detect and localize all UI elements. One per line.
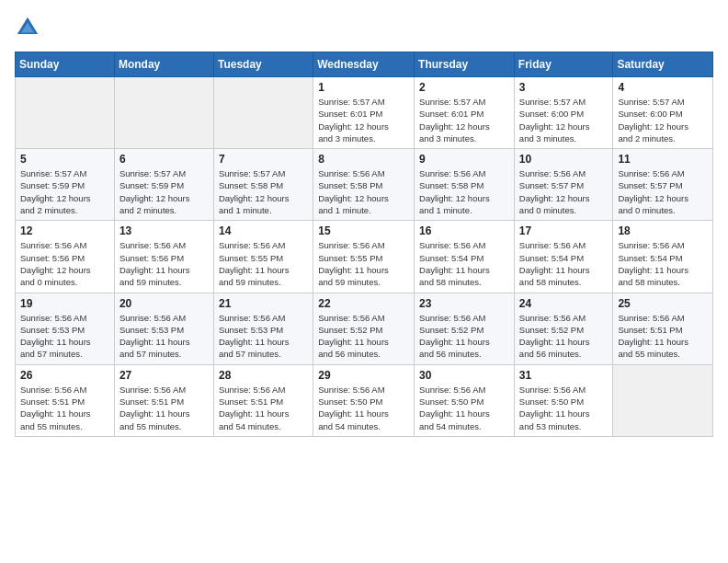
calendar-cell: 9Sunrise: 5:56 AM Sunset: 5:58 PM Daylig… [415,149,515,221]
day-number: 19 [20,297,109,310]
calendar-cell [16,77,115,149]
day-number: 10 [519,153,609,166]
day-info: Sunrise: 5:56 AM Sunset: 5:55 PM Dayligh… [318,239,409,288]
day-number: 9 [419,153,509,166]
day-info: Sunrise: 5:56 AM Sunset: 5:57 PM Dayligh… [519,167,609,216]
day-number: 6 [119,153,209,166]
day-info: Sunrise: 5:57 AM Sunset: 6:00 PM Dayligh… [618,96,708,144]
calendar-cell: 20Sunrise: 5:56 AM Sunset: 5:53 PM Dayli… [114,293,213,364]
day-number: 16 [419,224,509,237]
calendar-week-row: 1Sunrise: 5:57 AM Sunset: 6:01 PM Daylig… [16,77,713,149]
calendar-week-row: 19Sunrise: 5:56 AM Sunset: 5:53 PM Dayli… [16,293,713,364]
calendar-cell: 16Sunrise: 5:56 AM Sunset: 5:54 PM Dayli… [415,221,515,293]
day-number: 11 [618,153,708,166]
day-info: Sunrise: 5:56 AM Sunset: 5:53 PM Dayligh… [219,312,308,361]
calendar-cell: 25Sunrise: 5:56 AM Sunset: 5:51 PM Dayli… [613,293,713,364]
calendar-cell: 4Sunrise: 5:57 AM Sunset: 6:00 PM Daylig… [613,77,713,149]
calendar-header-thursday: Thursday [415,52,515,77]
day-number: 22 [318,297,409,310]
calendar-week-row: 26Sunrise: 5:56 AM Sunset: 5:51 PM Dayli… [16,364,713,436]
calendar-cell: 14Sunrise: 5:56 AM Sunset: 5:55 PM Dayli… [213,221,313,293]
calendar-cell [114,77,213,149]
page-header [15,15,713,40]
day-info: Sunrise: 5:56 AM Sunset: 5:56 PM Dayligh… [20,239,109,288]
calendar-cell: 24Sunrise: 5:56 AM Sunset: 5:52 PM Dayli… [514,293,613,364]
day-info: Sunrise: 5:56 AM Sunset: 5:58 PM Dayligh… [318,167,409,216]
day-info: Sunrise: 5:56 AM Sunset: 5:53 PM Dayligh… [20,312,109,361]
logo [15,15,44,40]
day-info: Sunrise: 5:56 AM Sunset: 5:52 PM Dayligh… [318,312,409,361]
day-info: Sunrise: 5:56 AM Sunset: 5:54 PM Dayligh… [618,239,708,288]
day-number: 25 [618,297,708,310]
day-number: 28 [219,369,308,382]
calendar-header-wednesday: Wednesday [313,52,415,77]
calendar-cell: 18Sunrise: 5:56 AM Sunset: 5:54 PM Dayli… [613,221,713,293]
day-info: Sunrise: 5:56 AM Sunset: 5:50 PM Dayligh… [318,384,409,432]
day-number: 7 [219,153,308,166]
calendar-cell: 22Sunrise: 5:56 AM Sunset: 5:52 PM Dayli… [313,293,415,364]
calendar-week-row: 12Sunrise: 5:56 AM Sunset: 5:56 PM Dayli… [16,221,713,293]
calendar-cell: 8Sunrise: 5:56 AM Sunset: 5:58 PM Daylig… [313,149,415,221]
day-number: 1 [318,81,409,94]
day-info: Sunrise: 5:57 AM Sunset: 5:59 PM Dayligh… [119,167,209,216]
calendar-cell: 29Sunrise: 5:56 AM Sunset: 5:50 PM Dayli… [313,364,415,436]
calendar-cell: 23Sunrise: 5:56 AM Sunset: 5:52 PM Dayli… [415,293,515,364]
day-number: 3 [519,81,609,94]
day-info: Sunrise: 5:56 AM Sunset: 5:54 PM Dayligh… [419,239,509,288]
calendar-cell: 17Sunrise: 5:56 AM Sunset: 5:54 PM Dayli… [514,221,613,293]
calendar-cell: 10Sunrise: 5:56 AM Sunset: 5:57 PM Dayli… [514,149,613,221]
day-info: Sunrise: 5:57 AM Sunset: 6:01 PM Dayligh… [318,96,409,144]
day-number: 2 [419,81,509,94]
calendar-cell: 15Sunrise: 5:56 AM Sunset: 5:55 PM Dayli… [313,221,415,293]
day-info: Sunrise: 5:56 AM Sunset: 5:52 PM Dayligh… [419,312,509,361]
day-info: Sunrise: 5:56 AM Sunset: 5:55 PM Dayligh… [219,239,308,288]
day-info: Sunrise: 5:56 AM Sunset: 5:56 PM Dayligh… [119,239,209,288]
day-number: 5 [20,153,109,166]
day-number: 8 [318,153,409,166]
calendar-cell: 19Sunrise: 5:56 AM Sunset: 5:53 PM Dayli… [16,293,115,364]
calendar-cell: 2Sunrise: 5:57 AM Sunset: 6:01 PM Daylig… [415,77,515,149]
day-info: Sunrise: 5:56 AM Sunset: 5:50 PM Dayligh… [519,384,609,432]
calendar-cell: 30Sunrise: 5:56 AM Sunset: 5:50 PM Dayli… [415,364,515,436]
day-info: Sunrise: 5:56 AM Sunset: 5:54 PM Dayligh… [519,239,609,288]
day-info: Sunrise: 5:56 AM Sunset: 5:51 PM Dayligh… [219,384,308,432]
day-info: Sunrise: 5:56 AM Sunset: 5:57 PM Dayligh… [618,167,708,216]
day-number: 21 [219,297,308,310]
day-number: 17 [519,224,609,237]
day-info: Sunrise: 5:57 AM Sunset: 5:59 PM Dayligh… [20,167,109,216]
day-number: 30 [419,369,509,382]
calendar-cell: 31Sunrise: 5:56 AM Sunset: 5:50 PM Dayli… [514,364,613,436]
calendar-cell: 7Sunrise: 5:57 AM Sunset: 5:58 PM Daylig… [213,149,313,221]
calendar-table: SundayMondayTuesdayWednesdayThursdayFrid… [15,52,713,437]
day-number: 4 [618,81,708,94]
day-number: 27 [119,369,209,382]
calendar-cell: 3Sunrise: 5:57 AM Sunset: 6:00 PM Daylig… [514,77,613,149]
day-number: 14 [219,224,308,237]
calendar-header-row: SundayMondayTuesdayWednesdayThursdayFrid… [16,52,713,77]
day-info: Sunrise: 5:56 AM Sunset: 5:58 PM Dayligh… [419,167,509,216]
calendar-cell: 28Sunrise: 5:56 AM Sunset: 5:51 PM Dayli… [213,364,313,436]
calendar-cell: 6Sunrise: 5:57 AM Sunset: 5:59 PM Daylig… [114,149,213,221]
calendar-header-sunday: Sunday [16,52,115,77]
day-info: Sunrise: 5:56 AM Sunset: 5:52 PM Dayligh… [519,312,609,361]
day-info: Sunrise: 5:57 AM Sunset: 5:58 PM Dayligh… [219,167,308,216]
day-info: Sunrise: 5:56 AM Sunset: 5:53 PM Dayligh… [119,312,209,361]
day-info: Sunrise: 5:56 AM Sunset: 5:51 PM Dayligh… [618,312,708,361]
calendar-cell: 27Sunrise: 5:56 AM Sunset: 5:51 PM Dayli… [114,364,213,436]
day-number: 24 [519,297,609,310]
day-number: 15 [318,224,409,237]
calendar-week-row: 5Sunrise: 5:57 AM Sunset: 5:59 PM Daylig… [16,149,713,221]
day-number: 13 [119,224,209,237]
day-number: 29 [318,369,409,382]
calendar-cell: 11Sunrise: 5:56 AM Sunset: 5:57 PM Dayli… [613,149,713,221]
calendar-header-tuesday: Tuesday [213,52,313,77]
calendar-cell [213,77,313,149]
day-number: 26 [20,369,109,382]
calendar-cell: 1Sunrise: 5:57 AM Sunset: 6:01 PM Daylig… [313,77,415,149]
calendar-cell: 21Sunrise: 5:56 AM Sunset: 5:53 PM Dayli… [213,293,313,364]
calendar-cell: 5Sunrise: 5:57 AM Sunset: 5:59 PM Daylig… [16,149,115,221]
day-info: Sunrise: 5:56 AM Sunset: 5:50 PM Dayligh… [419,384,509,432]
day-number: 20 [119,297,209,310]
calendar-header-monday: Monday [114,52,213,77]
calendar-cell [613,364,713,436]
